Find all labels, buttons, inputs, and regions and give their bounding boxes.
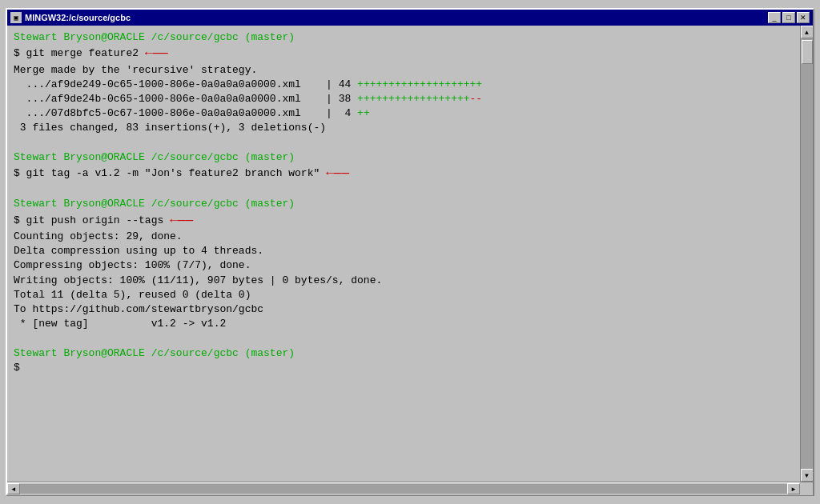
prompt-3: Stewart Bryson@ORACLE /c/source/gcbc (ma… [14,197,295,211]
file-1-num: | 44 [301,78,357,92]
arrow-3: ←—— [170,212,193,230]
vertical-scrollbar[interactable]: ▲ ▼ [800,26,813,482]
file-2-minus: -- [470,92,483,106]
scroll-corner [800,482,813,495]
scroll-thumb-v[interactable] [802,40,813,64]
prompt-line-2: Stewart Bryson@ORACLE /c/source/gcbc (ma… [14,150,794,165]
blank-line-3 [14,331,794,346]
summary: 3 files changed, 83 insertions(+), 3 del… [14,121,326,135]
cmd-3: $ git push origin --tags [14,214,163,228]
file-3-num: | 4 [301,106,357,121]
prompt-2: Stewart Bryson@ORACLE /c/source/gcbc (ma… [14,150,295,165]
blank-line-1 [14,136,794,150]
file-1: .../af9de249-0c65-1000-806e-0a0a0a0a0000… [14,78,301,92]
output-line-3-1: Counting objects: 29, done. [14,230,794,244]
blank-line-2 [14,182,794,197]
file-1-plus: ++++++++++++++++++++ [357,78,482,92]
file-2-plus: ++++++++++++++++++ [357,92,469,106]
out-3-2: Delta compression using up to 4 threads. [14,244,263,258]
scroll-down-button[interactable]: ▼ [801,469,814,482]
cmd-4: $ [14,361,26,375]
output-line-3-6: To https://github.com/stewartbryson/gcbc [14,302,794,317]
out-1: Merge made by the 'recursive' strategy. [14,63,257,78]
horizontal-scrollbar[interactable]: ◄ ► [7,482,800,495]
window-icon: ▣ [10,12,22,23]
title-bar-left: ▣ MINGW32:/c/source/gcbc [10,12,131,23]
scroll-track-v[interactable] [801,38,813,469]
file-3-plus: ++ [357,106,370,121]
arrow-1: ←—— [145,45,168,62]
title-bar: ▣ MINGW32:/c/source/gcbc _ □ ✕ [7,10,813,26]
output-line-3-2: Delta compression using up to 4 threads. [14,244,794,258]
command-line-2: $ git tag -a v1.2 -m "Jon's feature2 bra… [14,165,794,182]
terminal-window: ▣ MINGW32:/c/source/gcbc _ □ ✕ Stewart B… [6,8,814,496]
output-line-1: Merge made by the 'recursive' strategy. [14,63,794,78]
output-line-3-3: Compressing objects: 100% (7/7), done. [14,258,794,273]
out-3-1: Counting objects: 29, done. [14,230,183,244]
prompt-line-3: Stewart Bryson@ORACLE /c/source/gcbc (ma… [14,197,794,211]
out-3-4: Writing objects: 100% (11/11), 907 bytes… [14,274,382,288]
output-line-3-7: * [new tag] v1.2 -> v1.2 [14,317,794,331]
scroll-right-button[interactable]: ► [787,483,800,494]
prompt-1: Stewart Bryson@ORACLE /c/source/gcbc (ma… [14,30,295,45]
scroll-up-button[interactable]: ▲ [801,26,814,38]
out-3-6: To https://github.com/stewartbryson/gcbc [14,302,263,317]
file-2-num: | 38 [301,92,357,106]
cmd-2: $ git tag -a v1.2 -m "Jon's feature2 bra… [14,166,320,181]
prompt-4: Stewart Bryson@ORACLE /c/source/gcbc (ma… [14,346,295,361]
command-line-4: $ [14,361,794,375]
title-buttons: _ □ ✕ [768,12,810,23]
prompt-line-1: Stewart Bryson@ORACLE /c/source/gcbc (ma… [14,30,794,45]
scroll-track-h[interactable] [20,484,787,494]
command-line-1: $ git merge feature2 ←—— [14,45,794,62]
file-line-3: .../07d8bfc5-0c67-1000-806e-0a0a0a0a0000… [14,106,794,121]
prompt-line-4: Stewart Bryson@ORACLE /c/source/gcbc (ma… [14,346,794,361]
summary-line: 3 files changed, 83 insertions(+), 3 del… [14,121,794,135]
output-line-3-4: Writing objects: 100% (11/11), 907 bytes… [14,274,794,288]
output-line-3-5: Total 11 (delta 5), reused 0 (delta 0) [14,288,794,302]
out-3-7: * [new tag] v1.2 -> v1.2 [14,317,226,331]
window-title: MINGW32:/c/source/gcbc [25,13,131,22]
out-3-3: Compressing objects: 100% (7/7), done. [14,258,251,273]
bottom-bar: ◄ ► [7,482,813,494]
file-line-2: .../af9de24b-0c65-1000-806e-0a0a0a0a0000… [14,92,794,106]
scroll-left-button[interactable]: ◄ [7,483,20,494]
maximize-button[interactable]: □ [782,12,795,23]
close-button[interactable]: ✕ [797,12,810,23]
arrow-2: ←—— [326,165,349,182]
file-line-1: .../af9de249-0c65-1000-806e-0a0a0a0a0000… [14,78,794,92]
file-3: .../07d8bfc5-0c67-1000-806e-0a0a0a0a0000… [14,106,301,121]
out-3-5: Total 11 (delta 5), reused 0 (delta 0) [14,288,251,302]
window-body: Stewart Bryson@ORACLE /c/source/gcbc (ma… [7,26,813,482]
cmd-1: $ git merge feature2 [14,46,139,61]
minimize-button[interactable]: _ [768,12,781,23]
command-line-3: $ git push origin --tags ←—— [14,212,794,230]
terminal-area[interactable]: Stewart Bryson@ORACLE /c/source/gcbc (ma… [7,26,800,482]
file-2: .../af9de24b-0c65-1000-806e-0a0a0a0a0000… [14,92,301,106]
